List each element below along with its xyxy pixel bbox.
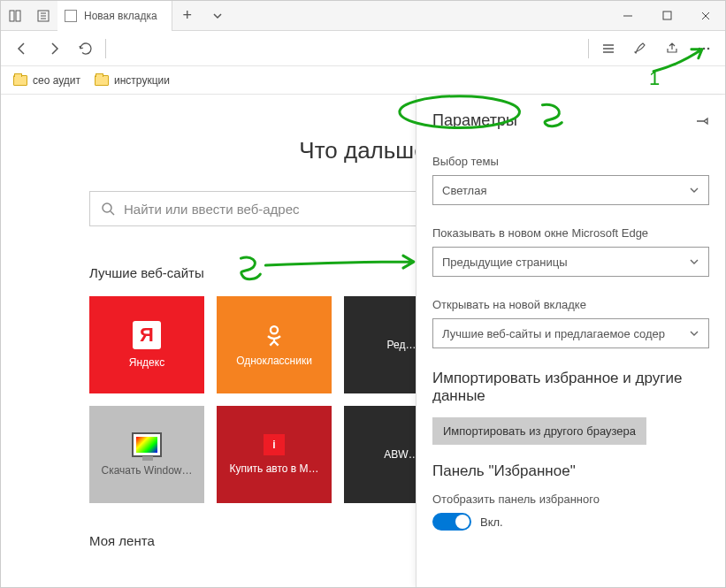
theme-value: Светлая bbox=[442, 184, 486, 197]
import-heading: Импортировать избранное и другие данные bbox=[432, 370, 709, 405]
window-close-button[interactable] bbox=[686, 1, 725, 31]
favorites-bar-item[interactable]: сео аудит bbox=[13, 74, 80, 87]
svg-point-4 bbox=[699, 47, 701, 50]
tab-favicon bbox=[65, 10, 77, 22]
newtab-label: Открывать на новой вкладке bbox=[432, 298, 709, 311]
odnoklassniki-icon bbox=[262, 323, 287, 347]
tab-preview-icon[interactable] bbox=[1, 1, 29, 31]
share-icon[interactable] bbox=[656, 33, 688, 65]
reading-list-icon[interactable] bbox=[592, 33, 624, 65]
open-with-label: Показывать в новом окне Microsoft Edge bbox=[432, 226, 709, 240]
back-button[interactable] bbox=[6, 33, 38, 65]
more-menu-button[interactable] bbox=[688, 33, 720, 65]
svg-point-6 bbox=[707, 47, 710, 50]
window-titlebar: Новая вкладка + bbox=[1, 1, 725, 31]
theme-select[interactable]: Светлая bbox=[432, 175, 709, 205]
set-aside-tabs-icon[interactable] bbox=[29, 1, 57, 31]
forward-button[interactable] bbox=[38, 33, 70, 65]
show-favbar-label: Отобразить панель избранного bbox=[432, 493, 709, 506]
tile-label: Яндекс bbox=[126, 356, 168, 369]
favorites-bar: сео аудит инструкции bbox=[1, 66, 725, 95]
svg-rect-0 bbox=[10, 11, 14, 21]
svg-rect-1 bbox=[16, 11, 20, 21]
open-with-select[interactable]: Предыдущие страницы bbox=[432, 247, 709, 277]
show-favbar-toggle[interactable] bbox=[432, 513, 471, 531]
browser-toolbar bbox=[1, 31, 725, 66]
theme-label: Выбор темы bbox=[432, 155, 709, 168]
chevron-down-icon bbox=[689, 328, 699, 339]
tile-label: Скачать Window… bbox=[97, 464, 195, 477]
search-icon bbox=[101, 202, 115, 216]
import-button[interactable]: Импортировать из другого браузера bbox=[432, 417, 646, 445]
address-bar[interactable] bbox=[115, 36, 579, 61]
folder-icon bbox=[95, 75, 109, 86]
top-site-tile[interactable]: i Купить авто в М… bbox=[217, 406, 332, 503]
notes-icon[interactable] bbox=[624, 33, 656, 65]
import-button-label: Импортировать из другого браузера bbox=[443, 424, 636, 438]
yandex-icon: Я bbox=[133, 321, 161, 349]
tile-label: Купить авто в М… bbox=[225, 462, 322, 475]
newtab-select[interactable]: Лучшие веб-сайты и предлагаемое содер bbox=[432, 318, 709, 348]
monitor-icon bbox=[132, 432, 162, 457]
search-placeholder: Найти или ввести веб-адрес bbox=[124, 202, 300, 217]
top-site-tile[interactable]: Одноклассники bbox=[217, 296, 332, 393]
toggle-state-label: Вкл. bbox=[480, 515, 503, 529]
browser-tab[interactable]: Новая вкладка bbox=[57, 1, 172, 31]
svg-rect-3 bbox=[663, 11, 671, 19]
app-icon: i bbox=[264, 434, 285, 455]
refresh-button[interactable] bbox=[70, 33, 102, 65]
chevron-down-icon bbox=[689, 185, 699, 195]
tile-label: Ред… bbox=[384, 339, 420, 351]
svg-point-7 bbox=[103, 203, 111, 212]
tabs-chevron-icon[interactable] bbox=[203, 1, 233, 31]
new-tab-button[interactable]: + bbox=[172, 1, 203, 31]
settings-title: Параметры bbox=[432, 111, 517, 130]
open-with-value: Предыдущие страницы bbox=[442, 256, 567, 269]
window-minimize-button[interactable] bbox=[608, 1, 647, 31]
tab-title: Новая вкладка bbox=[84, 10, 157, 22]
window-maximize-button[interactable] bbox=[647, 1, 686, 31]
newtab-value: Лучшие веб-сайты и предлагаемое содер bbox=[442, 327, 665, 340]
favorites-heading: Панель "Избранное" bbox=[432, 462, 709, 480]
chevron-down-icon bbox=[689, 256, 699, 267]
favorites-item-label: сео аудит bbox=[33, 74, 80, 87]
top-site-tile[interactable]: Скачать Window… bbox=[89, 406, 204, 503]
svg-point-5 bbox=[703, 47, 706, 50]
top-site-tile[interactable]: Я Яндекс bbox=[89, 296, 204, 393]
favorites-item-label: инструкции bbox=[114, 74, 170, 87]
pin-icon[interactable] bbox=[695, 114, 709, 128]
svg-point-8 bbox=[271, 326, 278, 333]
favorites-bar-item[interactable]: инструкции bbox=[95, 74, 170, 87]
tile-label: Одноклассники bbox=[233, 355, 316, 367]
folder-icon bbox=[13, 75, 27, 86]
settings-panel: Параметры Выбор темы Светлая Показывать … bbox=[416, 95, 725, 587]
